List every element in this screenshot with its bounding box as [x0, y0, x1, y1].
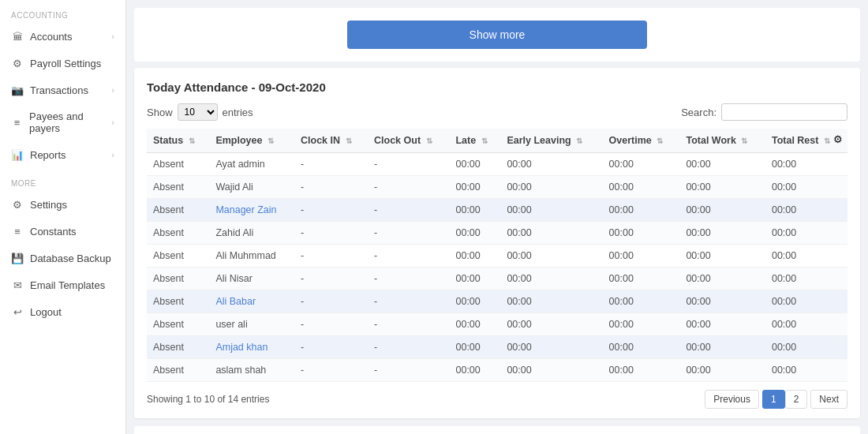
table-row: AbsentAli Nisar--00:0000:0000:0000:0000:… — [147, 268, 847, 290]
cell-1-7: 00:00 — [679, 176, 765, 199]
sidebar-item-payroll-settings[interactable]: ⚙ Payroll Settings — [0, 50, 125, 77]
cell-8-1: Amjad khan — [209, 336, 294, 359]
col-clock-in[interactable]: Clock IN ⇅ — [294, 129, 368, 153]
cell-4-1: Ali Muhmmad — [209, 245, 294, 268]
cell-9-2: - — [294, 359, 368, 382]
col-early-leaving[interactable]: Early Leaving ⇅ — [500, 129, 602, 153]
cell-7-3: - — [368, 313, 449, 336]
table-controls: Show 102550100 entries Search: — [147, 103, 847, 121]
cell-2-0: Absent — [147, 199, 209, 222]
col-late[interactable]: Late ⇅ — [449, 129, 500, 153]
email-templates-label: Email Templates — [30, 279, 105, 291]
cell-8-7: 00:00 — [679, 336, 765, 359]
cell-4-5: 00:00 — [500, 245, 602, 268]
attendance-card: Today Attendance - 09-Oct-2020 Show 1025… — [134, 68, 860, 418]
cell-0-5: 00:00 — [500, 153, 602, 176]
cell-9-1: aslam shah — [209, 359, 294, 382]
cell-1-2: - — [294, 176, 368, 199]
sidebar-item-transactions[interactable]: 📷 Transactions › — [0, 77, 125, 103]
constants-icon: ≡ — [11, 225, 24, 238]
search-input[interactable] — [721, 103, 847, 121]
accounts-label: Accounts — [30, 31, 72, 43]
show-more-button[interactable]: Show more — [347, 21, 647, 49]
sort-icon: ⇅ — [268, 137, 274, 145]
page-1-button[interactable]: 1 — [762, 390, 785, 409]
transactions-label: Transactions — [30, 84, 88, 96]
cell-6-2: - — [294, 290, 368, 313]
cell-6-7: 00:00 — [679, 290, 765, 313]
cell-9-8: 00:00 — [765, 359, 847, 382]
cell-9-0: Absent — [147, 359, 209, 382]
constants-label: Constants — [30, 226, 77, 238]
col-status[interactable]: Status ⇅ — [147, 129, 209, 153]
next-button[interactable]: Next — [810, 390, 847, 409]
cell-3-8: 00:00 — [765, 222, 847, 245]
cell-9-5: 00:00 — [500, 359, 602, 382]
sidebar-item-accounts[interactable]: 🏛 Accounts › — [0, 23, 125, 50]
show-entries-control: Show 102550100 entries — [147, 103, 253, 121]
page-2-button[interactable]: 2 — [785, 390, 808, 409]
sort-icon: ⇅ — [576, 137, 582, 145]
attendance-title: Today Attendance - 09-Oct-2020 — [147, 80, 847, 94]
sidebar-item-reports[interactable]: 📊 Reports › — [0, 141, 125, 168]
bottom-placeholder: ⚙ — [134, 426, 860, 434]
cell-3-5: 00:00 — [500, 222, 602, 245]
showing-text: Showing 1 to 10 of 14 entries — [147, 394, 269, 405]
cell-3-2: - — [294, 222, 368, 245]
cell-2-3: - — [368, 199, 449, 222]
cell-2-2: - — [294, 199, 368, 222]
table-row: Absentuser ali--00:0000:0000:0000:0000:0… — [147, 313, 847, 336]
cell-0-2: - — [294, 153, 368, 176]
table-row: AbsentZahid Ali--00:0000:0000:0000:0000:… — [147, 222, 847, 245]
col-employee[interactable]: Employee ⇅ — [209, 129, 294, 153]
sidebar-item-logout[interactable]: ↩ Logout — [0, 298, 125, 325]
col-overtime[interactable]: Overtime ⇅ — [603, 129, 680, 153]
attendance-table: Status ⇅Employee ⇅Clock IN ⇅Clock Out ⇅L… — [147, 129, 847, 382]
entries-select[interactable]: 102550100 — [178, 103, 218, 121]
cell-3-4: 00:00 — [449, 222, 500, 245]
previous-button[interactable]: Previous — [705, 390, 759, 409]
sidebar-item-database-backup[interactable]: 💾 Database Backup — [0, 245, 125, 271]
gear-icon-inline[interactable]: ⚙ — [829, 129, 847, 150]
transactions-chevron: › — [111, 85, 114, 95]
settings-label: Settings — [30, 199, 67, 211]
cell-0-3: - — [368, 153, 449, 176]
cell-5-4: 00:00 — [449, 268, 500, 290]
col-clock-out[interactable]: Clock Out ⇅ — [368, 129, 449, 153]
cell-1-8: 00:00 — [765, 176, 847, 199]
sidebar-item-settings[interactable]: ⚙ Settings — [0, 191, 125, 218]
cell-1-3: - — [368, 176, 449, 199]
cell-7-1: user ali — [209, 313, 294, 336]
cell-4-3: - — [368, 245, 449, 268]
logout-icon: ↩ — [11, 305, 24, 318]
cell-2-1: Manager Zain — [209, 199, 294, 222]
cell-4-6: 00:00 — [603, 245, 680, 268]
payroll-settings-label: Payroll Settings — [30, 58, 101, 69]
cell-1-1: Wajid Ali — [209, 176, 294, 199]
cell-4-4: 00:00 — [449, 245, 500, 268]
payees-and-payers-chevron: › — [111, 118, 114, 127]
cell-1-0: Absent — [147, 176, 209, 199]
cell-5-6: 00:00 — [603, 268, 680, 290]
cell-0-8: 00:00 — [765, 153, 847, 176]
cell-6-0: Absent — [147, 290, 209, 313]
sidebar-item-constants[interactable]: ≡ Constants — [0, 218, 125, 245]
table-header: Status ⇅Employee ⇅Clock IN ⇅Clock Out ⇅L… — [147, 129, 847, 153]
cell-9-4: 00:00 — [449, 359, 500, 382]
cell-6-6: 00:00 — [603, 290, 680, 313]
payees-and-payers-icon: ≡ — [11, 116, 23, 129]
sidebar-item-email-templates[interactable]: ✉ Email Templates — [0, 271, 125, 298]
cell-2-5: 00:00 — [500, 199, 602, 222]
cell-1-4: 00:00 — [449, 176, 500, 199]
database-backup-label: Database Backup — [30, 253, 111, 264]
accounting-section-label: ACCOUNTING — [0, 0, 125, 23]
col-total-work[interactable]: Total Work ⇅ — [679, 129, 765, 153]
table-row: AbsentAmjad khan--00:0000:0000:0000:0000… — [147, 336, 847, 359]
cell-7-6: 00:00 — [603, 313, 680, 336]
sidebar: ACCOUNTING 🏛 Accounts › ⚙ Payroll Settin… — [0, 0, 126, 434]
accounts-chevron: › — [111, 32, 114, 41]
table-row: AbsentAli Babar--00:0000:0000:0000:0000:… — [147, 290, 847, 313]
cell-8-3: - — [368, 336, 449, 359]
cell-1-6: 00:00 — [603, 176, 680, 199]
sidebar-item-payees-and-payers[interactable]: ≡ Payees and payers › — [0, 103, 125, 141]
